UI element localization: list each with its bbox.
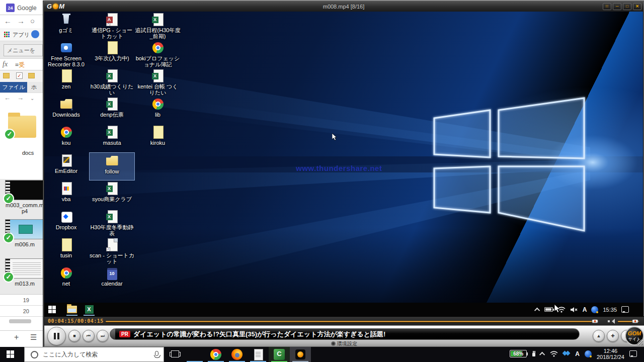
action-center-icon[interactable] <box>621 306 629 313</box>
control-panel-button[interactable]: ∷ <box>603 3 611 10</box>
video-file-item[interactable]: ✓ m006.m <box>5 219 44 253</box>
desktop-icon[interactable]: ↗ calendar <box>89 265 135 293</box>
control-panel-toggle-button[interactable]: ✚ <box>607 330 619 342</box>
ime-indicator[interactable]: A <box>583 306 587 313</box>
desktop-icon[interactable]: ↗ tusin <box>44 237 89 265</box>
desktop-icon[interactable]: ↗ kou <box>44 124 89 152</box>
scrollbar[interactable] <box>9 319 31 323</box>
battery-indicator[interactable]: 68% <box>510 350 527 357</box>
desktop-icon[interactable]: ↗ 追試日程(H30年度_前期) <box>135 12 181 40</box>
row-number[interactable]: 20 <box>0 306 44 317</box>
desktop-icon[interactable]: ↗ EmEditor <box>44 152 89 180</box>
desktop-icon[interactable]: ↗ 通信PG - ショートカット <box>89 12 135 40</box>
desktop-icon[interactable]: ↗ lib <box>135 96 181 124</box>
taskbar-app-icon[interactable] <box>290 347 311 362</box>
desktop-icon[interactable]: ↗ masuta <box>89 124 135 152</box>
recorded-clock[interactable]: 15:35 <box>603 307 617 313</box>
start-button[interactable] <box>48 306 56 313</box>
resize-grip[interactable] <box>637 339 643 345</box>
close-button[interactable]: ✕ <box>633 3 641 10</box>
excel-search-box[interactable]: メニューを <box>4 44 43 56</box>
taskbar-app-icon[interactable] <box>248 347 269 362</box>
checkbox-icon[interactable]: ✓ <box>16 72 23 79</box>
chevron-down-icon[interactable]: ⌄ <box>30 96 34 101</box>
folder-icon[interactable] <box>28 73 35 78</box>
start-button[interactable] <box>7 350 14 358</box>
taskbar-app-icon[interactable] <box>269 347 290 362</box>
taskbar-app-icon[interactable] <box>205 347 226 362</box>
open-file-button[interactable]: ▲ <box>593 330 605 342</box>
clock[interactable]: 12:46 2018/12/24 <box>597 348 624 360</box>
dropbox-icon[interactable] <box>563 350 570 357</box>
power-plug-icon[interactable] <box>532 351 536 357</box>
desktop-icon[interactable]: ↗ gゴミ <box>44 12 89 40</box>
cortana-sphere-icon[interactable] <box>591 306 598 313</box>
search-box[interactable]: ここに入力して検索 <box>24 347 164 362</box>
file-explorer-taskbar-icon[interactable] <box>65 304 78 315</box>
add-sheet-icon[interactable]: + <box>14 333 19 342</box>
desktop-icon[interactable]: ↗ kentei 台帳 つくりたい <box>135 68 181 96</box>
action-center-icon[interactable] <box>629 350 637 357</box>
cortana-sphere-icon[interactable] <box>585 350 592 357</box>
volume-handle[interactable] <box>632 319 638 323</box>
video-file-item[interactable]: ✓ m013.m <box>5 258 44 293</box>
seek-track[interactable] <box>106 321 595 322</box>
desktop-icon[interactable]: ↗ syou商業クラブ <box>89 180 135 209</box>
back-icon[interactable]: ← <box>4 94 11 102</box>
cortana-icon <box>31 351 38 358</box>
desktop-icon[interactable]: ↗ follow <box>89 152 135 180</box>
volume-speaker-icon[interactable] <box>608 319 614 324</box>
desktop-icon[interactable]: ↗ net <box>44 265 89 293</box>
taskbar-app-icon[interactable] <box>184 347 205 362</box>
video-display-area[interactable]: ↗ gゴミ ↗ 通信PG - ショートカット ↗ 追試日程(H30年度_前期) <box>44 12 643 316</box>
desktop-icon[interactable]: ↗ H30年度冬季動静表 <box>89 209 135 237</box>
chevron-up-icon[interactable] <box>534 307 540 313</box>
minimize-button[interactable]: ─ <box>613 3 621 10</box>
preferences-link[interactable]: 環境設定 <box>44 340 644 347</box>
forward-icon[interactable]: → <box>17 94 24 102</box>
desktop-icon[interactable]: ↗ h30成績つくりたい <box>89 68 135 96</box>
apps-grid-icon[interactable] <box>4 32 10 37</box>
wifi-icon[interactable] <box>550 350 558 357</box>
battery-icon[interactable] <box>544 307 553 312</box>
excel-file-tab[interactable]: ファイル <box>0 82 27 93</box>
wifi-icon[interactable] <box>557 306 566 313</box>
muted-speaker-icon[interactable] <box>570 307 578 313</box>
excel-taskbar-icon[interactable]: X <box>83 304 96 315</box>
seek-handle[interactable] <box>592 319 598 323</box>
chevron-up-icon[interactable] <box>539 351 545 357</box>
forward-icon[interactable]: → <box>17 17 25 25</box>
ime-indicator[interactable]: A <box>575 350 580 357</box>
microphone-icon[interactable] <box>155 351 158 356</box>
maximize-button[interactable]: □ <box>623 3 631 10</box>
video-file-item[interactable]: ✓ m003_comm.mp4 <box>5 180 44 214</box>
desktop-icon[interactable]: ↗ bokiプロフェッショナル簿記 <box>135 40 181 68</box>
file-icon: ↗ <box>106 266 119 280</box>
menu-icon[interactable]: ☰ <box>30 333 37 342</box>
desktop-icon[interactable]: ↗ Downloads <box>44 96 89 124</box>
bookmark-favicon[interactable] <box>31 30 39 38</box>
desktop-icon[interactable]: ↗ vba <box>44 180 89 209</box>
apps-bookmark[interactable]: アプリ <box>13 31 30 39</box>
desktop-icon[interactable]: ↗ kiroku <box>135 124 181 152</box>
back-icon[interactable]: ← <box>4 17 12 25</box>
desktop-icon[interactable]: ↗ scan - ショートカット <box>89 237 135 265</box>
taskbar-app-icon[interactable] <box>226 347 248 362</box>
desktop-icon[interactable]: ↗ 3年次(入力中) <box>89 40 135 68</box>
reload-icon[interactable]: ○ <box>30 17 35 25</box>
shortcut-arrow-icon: ↗ <box>106 22 110 26</box>
task-view-button[interactable] <box>171 350 179 357</box>
file-icon: ↗ <box>60 126 73 139</box>
browser-tab[interactable]: 24 Google <box>0 0 44 15</box>
desktop-icon[interactable]: ↗ Dropbox <box>44 209 89 237</box>
row-number[interactable]: 19 <box>0 295 44 306</box>
gom-titlebar[interactable]: GM m008.mp4 [8/16] ∷ ─ □ ✕ <box>44 2 643 12</box>
excel-home-tab[interactable]: ホ <box>31 83 37 91</box>
formula-value[interactable]: =受 <box>15 61 25 69</box>
desktop-icon[interactable]: ↗ zen <box>44 68 89 96</box>
desktop-icon[interactable]: ↗ Free Screen Recorder 8.3.0 <box>44 40 89 68</box>
folder-icon[interactable] <box>3 73 10 78</box>
desktop-icon[interactable]: ↗ denp伝票 <box>89 96 135 124</box>
file-icon: ↗ <box>60 210 73 223</box>
ad-banner[interactable]: PR ダイエットの常識が変わる!?矢口真里(35)が行ったダイエット方法が楽すぎ… <box>110 328 580 340</box>
